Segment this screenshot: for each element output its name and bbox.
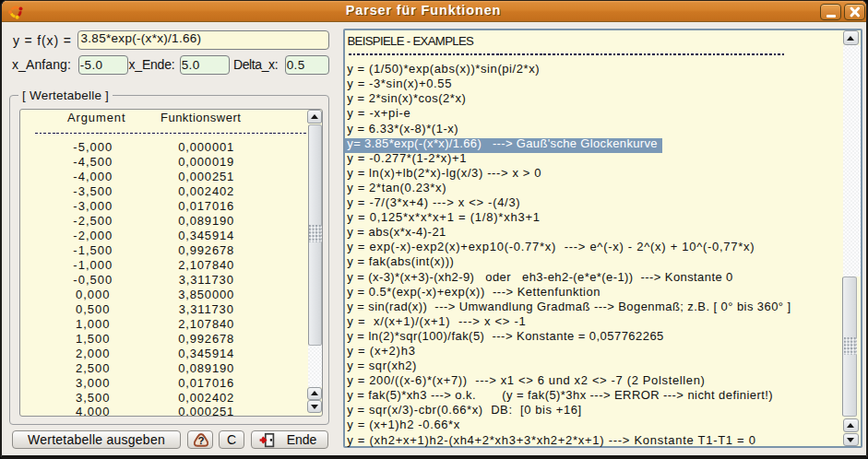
svg-text:?: ? — [197, 434, 204, 445]
